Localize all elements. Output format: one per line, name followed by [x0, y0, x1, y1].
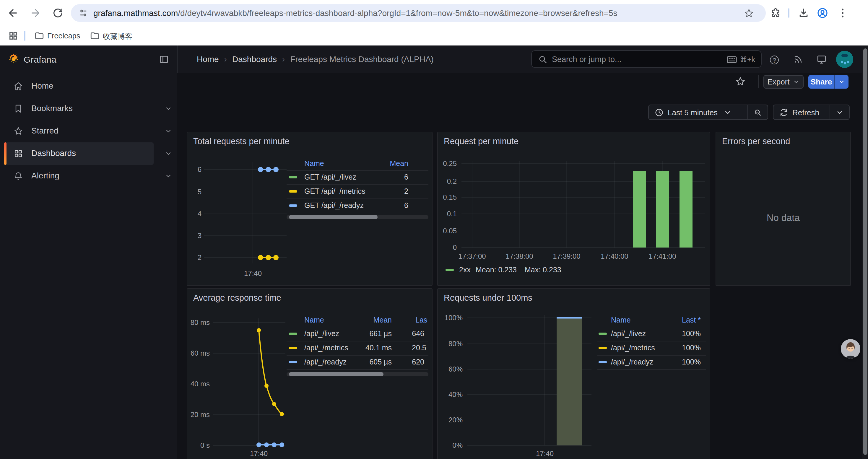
series-swatch[interactable]	[289, 347, 297, 349]
series-swatch[interactable]	[598, 333, 607, 335]
search-box[interactable]: ⌘+k	[531, 50, 762, 68]
panel-title[interactable]: Requests under 100ms	[444, 293, 532, 302]
help-icon[interactable]: ?	[770, 54, 779, 65]
series-swatch[interactable]	[289, 361, 297, 363]
legend-header-last[interactable]: Las	[415, 316, 427, 325]
share-menu-arrow[interactable]	[835, 75, 848, 89]
bookmarks-bar: Freeleaps 收藏博客	[0, 26, 868, 45]
bookmark-star-icon[interactable]	[744, 8, 753, 18]
panel-errors-per-second[interactable]: Errors per second No data	[716, 132, 851, 286]
legend-header-name[interactable]: Name	[304, 316, 324, 325]
folder-icon	[90, 31, 100, 41]
series-name[interactable]: /api/_/metrics	[304, 341, 348, 355]
extensions-icon[interactable]	[770, 7, 782, 19]
forward-icon[interactable]	[30, 7, 41, 19]
series-swatch[interactable]	[289, 333, 297, 335]
series-name[interactable]: /api/_/readyz	[611, 355, 653, 369]
series-name[interactable]: /api/_/readyz	[304, 355, 346, 369]
panel-total-requests[interactable]: Total requests per minute 6 5 4 3 2 17:4…	[187, 132, 433, 286]
monitor-icon[interactable]	[816, 54, 827, 64]
series-name[interactable]: GET /api/_/metrics	[304, 184, 366, 198]
series-name[interactable]: /api/_/livez	[304, 327, 339, 341]
sidebar-item-home[interactable]: Home	[4, 75, 154, 97]
panel-request-per-minute[interactable]: Request per minute 0.25 0.2 0.15 0.1 0.0…	[437, 132, 710, 286]
y-tick: 20%	[438, 416, 463, 424]
panel-title[interactable]: Total requests per minute	[193, 136, 289, 146]
legend-header-mean[interactable]: Mean	[390, 159, 408, 168]
zoom-out-button[interactable]	[748, 105, 768, 119]
sidebar-item-starred[interactable]: Starred	[4, 120, 154, 142]
chevron-down-icon[interactable]	[165, 150, 172, 157]
panel-requests-under-100ms[interactable]: Requests under 100ms 100% 80% 60% 40% 20…	[437, 288, 710, 459]
series-swatch[interactable]	[598, 361, 607, 363]
user-avatar[interactable]	[836, 51, 853, 68]
panel-title[interactable]: Errors per second	[722, 136, 790, 146]
browser-menu-icon[interactable]	[837, 7, 848, 19]
legend-header-last[interactable]: Last *	[682, 316, 701, 325]
bar-chart[interactable]	[467, 315, 591, 450]
series-swatch[interactable]	[598, 347, 607, 349]
series-swatch[interactable]	[445, 269, 454, 271]
panel-title[interactable]: Average response time	[193, 293, 281, 302]
apps-grid-icon[interactable]	[8, 31, 18, 41]
sidebar-item-alerting[interactable]: Alerting	[4, 165, 154, 187]
news-rss-icon[interactable]	[793, 54, 803, 64]
legend-header-name[interactable]: Name	[611, 316, 631, 325]
series-swatch[interactable]	[289, 176, 297, 178]
refresh-button[interactable]: Refresh	[773, 105, 830, 119]
back-icon[interactable]	[7, 7, 19, 19]
series-swatch[interactable]	[289, 204, 297, 207]
bar-chart[interactable]	[462, 161, 705, 249]
grafana-header: Grafana Home › Dashboards › Freeleaps Me…	[0, 45, 868, 73]
search-input[interactable]	[552, 53, 670, 66]
line-chart[interactable]	[213, 319, 285, 453]
breadcrumb-current: Freeleaps Metrics Dashboard (ALPHA)	[290, 54, 434, 64]
favorite-star-icon[interactable]	[735, 76, 746, 87]
profile-icon[interactable]	[816, 7, 829, 19]
dock-menu-icon[interactable]	[159, 54, 169, 64]
series-name[interactable]: GET /api/_/readyz	[304, 198, 364, 213]
y-tick: 4	[187, 210, 202, 218]
assistant-avatar[interactable]	[841, 339, 860, 359]
breadcrumb-dashboards[interactable]: Dashboards	[232, 54, 277, 64]
series-mean: 661 µs	[369, 327, 392, 341]
site-settings-icon[interactable]	[79, 8, 88, 18]
series-name[interactable]: 2xx	[459, 265, 471, 275]
legend-scrollbar[interactable]	[286, 215, 428, 219]
url-bar[interactable]: grafana.mathmast.com/d/deytv4rwavabkb/fr…	[71, 4, 766, 22]
reload-icon[interactable]	[52, 7, 64, 19]
bookmark-folder-blogs[interactable]: 收藏博客	[103, 32, 132, 42]
legend-scrollbar[interactable]	[286, 372, 428, 376]
share-button[interactable]: Share	[808, 75, 848, 89]
panel-avg-response-time[interactable]: Average response time 80 ms 60 ms 40 ms …	[187, 288, 433, 459]
series-name[interactable]: /api/_/metrics	[611, 341, 655, 355]
breadcrumb-home[interactable]: Home	[197, 54, 219, 64]
chevron-down-icon[interactable]	[165, 128, 172, 135]
zoom-out-icon	[754, 108, 762, 117]
y-tick: 80 ms	[187, 319, 210, 327]
sidebar-item-bookmarks[interactable]: Bookmarks	[4, 97, 154, 120]
legend-header-mean[interactable]: Mean	[373, 316, 392, 325]
panel-title[interactable]: Request per minute	[444, 136, 519, 146]
sidebar-nav: Home Bookmarks Starred Dashboa	[0, 73, 177, 459]
download-icon[interactable]	[798, 7, 809, 19]
refresh-interval-dropdown[interactable]	[830, 105, 849, 119]
legend-header-name[interactable]: Name	[304, 159, 324, 168]
y-tick: 40 ms	[187, 380, 210, 388]
bookmark-folder-freeleaps[interactable]: Freeleaps	[47, 32, 80, 40]
series-name[interactable]: /api/_/livez	[611, 327, 646, 341]
export-button[interactable]: Export	[764, 75, 804, 89]
bookmarks-divider	[24, 31, 25, 41]
page-scrollbar[interactable]	[862, 45, 868, 459]
y-tick: 0	[438, 243, 457, 252]
grafana-logo-icon[interactable]	[8, 53, 20, 65]
time-range-picker[interactable]: Last 5 minutes	[649, 105, 747, 119]
scrollbar-thumb[interactable]	[863, 48, 867, 455]
line-chart[interactable]	[204, 162, 286, 263]
sidebar-item-dashboards[interactable]: Dashboards	[4, 142, 154, 165]
series-name[interactable]: GET /api/_/livez	[304, 170, 356, 184]
chevron-down-icon[interactable]	[165, 105, 172, 112]
series-swatch[interactable]	[289, 190, 297, 193]
grafana-brand[interactable]: Grafana	[24, 54, 56, 64]
chevron-down-icon[interactable]	[165, 172, 172, 179]
